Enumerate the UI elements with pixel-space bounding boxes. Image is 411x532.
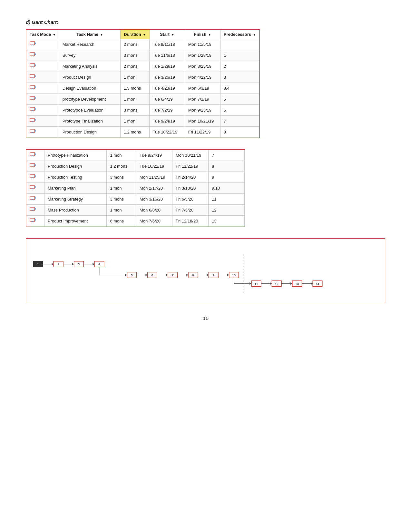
header-taskmode: Task Mode ▼ <box>26 30 59 39</box>
svg-text:3: 3 <box>78 262 80 266</box>
table-row: Production Testing 3 mons Mon 11/25/19 F… <box>26 172 245 183</box>
duration-filter-arrow[interactable]: ▼ <box>143 33 146 36</box>
svg-text:10: 10 <box>232 273 236 277</box>
table-row: Prototypoe Evaluation 3 mons Tue 7/2/19 … <box>26 105 259 116</box>
task-finish-cell: Fri 2/14/20 <box>172 172 209 183</box>
svg-text:2: 2 <box>57 262 59 266</box>
svg-marker-68 <box>227 274 229 276</box>
task-mode-icon <box>30 107 37 113</box>
task-duration-cell: 3 mons <box>107 194 136 205</box>
task-finish-cell: Fri 7/3/20 <box>172 205 209 216</box>
task-mode-icon <box>30 85 37 91</box>
page-number: 11 <box>26 316 385 321</box>
task-duration-cell: 1.2 mons <box>107 161 136 172</box>
task-mode-icon <box>30 196 37 202</box>
task-mode-cell <box>26 116 59 127</box>
svg-marker-86 <box>311 282 313 285</box>
task-finish-cell: Fri 11/22/19 <box>172 161 209 172</box>
svg-text:4: 4 <box>98 262 100 266</box>
task-start-cell: Mon 7/6/20 <box>136 216 172 227</box>
task-pred-cell: 2 <box>220 61 259 72</box>
taskname-filter-arrow[interactable]: ▼ <box>100 33 103 36</box>
task-pred-cell: 7 <box>220 116 259 127</box>
svg-marker-39 <box>72 263 74 265</box>
svg-text:5: 5 <box>131 273 133 277</box>
task-mode-icon <box>30 63 37 69</box>
svg-text:1: 1 <box>37 262 39 266</box>
task-mode-cell <box>26 61 59 72</box>
task-pred-cell: 3,4 <box>220 83 259 94</box>
task-name-cell: Prototypoe Evaluation <box>59 105 120 116</box>
svg-rect-24 <box>30 185 34 189</box>
task-mode-icon <box>30 163 37 169</box>
table-row: Marketing Plan 1 mon Mon 2/17/20 Fri 3/1… <box>26 183 245 194</box>
svg-marker-7 <box>34 75 36 77</box>
task-name-cell: Design Evaluation <box>59 83 120 94</box>
svg-marker-17 <box>34 130 36 132</box>
task-start-cell: Tue 6/4/19 <box>149 94 185 105</box>
svg-text:11: 11 <box>254 282 258 286</box>
svg-rect-30 <box>30 218 34 222</box>
taskmode-filter-arrow[interactable]: ▼ <box>53 33 56 36</box>
start-filter-arrow[interactable]: ▼ <box>171 33 174 36</box>
task-start-cell: Tue 11/6/18 <box>149 50 185 61</box>
svg-marker-64 <box>207 274 209 276</box>
task-mode-icon <box>30 218 37 223</box>
task-name-cell: prototype Development <box>59 94 120 105</box>
table-row: Survey 3 mons Tue 11/6/18 Mon 1/28/19 1 <box>26 50 259 61</box>
task-name-cell: Production Design <box>44 161 106 172</box>
task-name-cell: Survey <box>59 50 120 61</box>
task-pred-cell: 13 <box>208 216 244 227</box>
task-duration-cell: 1.5 mons <box>120 83 149 94</box>
svg-marker-19 <box>34 153 36 155</box>
task-start-cell: Mon 2/17/20 <box>136 183 172 194</box>
gantt-table-2: Prototype Finalization 1 mon Tue 9/24/19… <box>26 149 245 227</box>
svg-marker-5 <box>34 64 36 66</box>
svg-rect-18 <box>30 153 34 156</box>
task-start-cell: Mon 6/8/20 <box>136 205 172 216</box>
header-finish: Finish ▼ <box>185 30 220 39</box>
task-start-cell: Tue 10/22/19 <box>149 127 185 138</box>
task-duration-cell: 6 mons <box>107 216 136 227</box>
svg-marker-43 <box>93 263 94 265</box>
table-row: Mass Production 1 mon Mon 6/8/20 Fri 7/3… <box>26 205 245 216</box>
task-start-cell: Mon 3/16/20 <box>136 194 172 205</box>
svg-marker-35 <box>52 263 54 265</box>
task-mode-icon <box>30 118 37 123</box>
pred-filter-arrow[interactable]: ▼ <box>253 33 256 36</box>
task-start-cell: Tue 4/23/19 <box>149 83 185 94</box>
task-finish-cell: Mon 6/3/19 <box>185 83 220 94</box>
svg-marker-15 <box>34 119 36 121</box>
table-row: Product Design 1 mon Tue 3/26/19 Mon 4/2… <box>26 72 259 83</box>
task-name-cell: Prototype Finalization <box>44 150 106 161</box>
task-mode-cell <box>26 83 59 94</box>
task-mode-icon <box>30 152 37 158</box>
header-taskname: Task Name ▼ <box>59 30 120 39</box>
task-duration-cell: 1 mon <box>107 205 136 216</box>
svg-rect-6 <box>30 74 34 78</box>
task-pred-cell: 12 <box>208 205 244 216</box>
header-duration: Duration ▼ <box>120 30 149 39</box>
svg-text:13: 13 <box>295 282 299 286</box>
svg-marker-9 <box>34 86 36 88</box>
svg-rect-26 <box>30 196 34 200</box>
header-predecessors: Predecessors ▼ <box>220 30 259 39</box>
task-pred-cell: 3 <box>220 72 259 83</box>
task-pred-cell: 5 <box>220 94 259 105</box>
svg-marker-48 <box>125 274 127 276</box>
task-finish-cell: Mon 10/21/19 <box>172 150 209 161</box>
task-mode-cell <box>26 105 59 116</box>
finish-filter-arrow[interactable]: ▼ <box>208 33 211 36</box>
task-mode-icon <box>30 41 37 47</box>
task-name-cell: Mass Production <box>44 205 106 216</box>
task-name-cell: Product Design <box>59 72 120 83</box>
task-mode-cell <box>26 161 44 172</box>
task-finish-cell: Mon 3/25/19 <box>185 61 220 72</box>
task-name-cell: Production Design <box>59 127 120 138</box>
task-name-cell: Production Testing <box>44 172 106 183</box>
task-duration-cell: 1.2 mons <box>120 127 149 138</box>
svg-rect-12 <box>30 107 34 111</box>
svg-text:8: 8 <box>192 273 194 277</box>
svg-marker-25 <box>34 186 36 188</box>
table-row: Marketing Strategy 3 mons Mon 3/16/20 Fr… <box>26 194 245 205</box>
